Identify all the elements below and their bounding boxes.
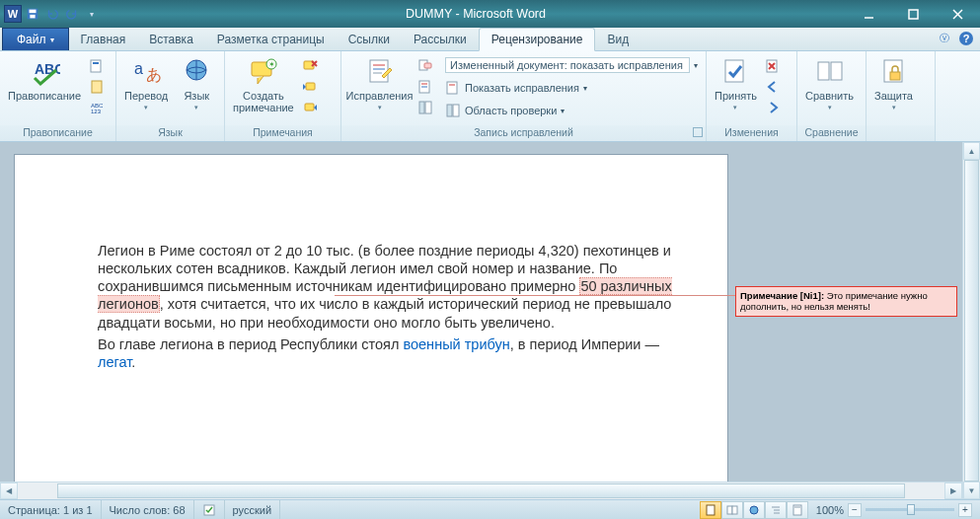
svg-text:a: a — [134, 60, 143, 77]
wordcount-icon[interactable]: ABC123 — [87, 98, 107, 117]
vertical-scrollbar[interactable]: ▲ ▼ — [962, 142, 980, 499]
deletecomment-icon[interactable] — [300, 56, 320, 76]
svg-text:✶: ✶ — [267, 60, 274, 69]
showmarkup-mini-icon[interactable] — [415, 77, 435, 97]
showmarkup-dropdown[interactable]: Показать исправления▾ — [441, 77, 702, 99]
tab-view[interactable]: Вид — [595, 29, 641, 50]
page[interactable]: Легион в Риме состоял от 2 до 10 тыс. (в… — [14, 154, 728, 489]
scroll-left-button[interactable]: ◀ — [0, 482, 18, 499]
reviewpane-mini-icon[interactable] — [415, 98, 435, 117]
scroll-up-button[interactable]: ▲ — [963, 142, 980, 160]
draft-icon — [792, 504, 803, 516]
svg-text:?: ? — [963, 33, 970, 44]
prevcomment-icon[interactable] — [300, 77, 320, 97]
svg-rect-25 — [305, 104, 314, 111]
ribbon-tabs: Файл▾ Главная Вставка Разметка страницы … — [0, 28, 980, 51]
view-weblayout-button[interactable] — [743, 501, 765, 519]
view-fullscreen-button[interactable] — [721, 501, 743, 519]
protect-button[interactable]: Защита▾ — [870, 54, 917, 115]
hyperlink-legat[interactable]: легат — [98, 354, 131, 370]
view-draft-button[interactable] — [787, 501, 808, 519]
scroll-down-button[interactable]: ▼ — [963, 482, 980, 499]
tab-insert[interactable]: Вставка — [137, 29, 205, 50]
group-label-proofing: Правописание — [0, 125, 115, 141]
zoom-in-button[interactable]: + — [958, 503, 972, 517]
group-compare: Сравнить▾ Сравнение — [797, 51, 867, 141]
document-body[interactable]: Легион в Риме состоял от 2 до 10 тыс. (в… — [98, 242, 680, 375]
ribbon-minimize-icon[interactable]: ⓥ — [937, 31, 952, 46]
zoom-slider-handle[interactable] — [907, 504, 915, 515]
word-app-icon[interactable]: W — [4, 5, 22, 23]
scroll-right-button[interactable]: ▶ — [944, 482, 962, 499]
view-outline-button[interactable] — [765, 501, 787, 519]
view-printlayout-button[interactable] — [700, 501, 721, 519]
tab-home[interactable]: Главная — [69, 29, 138, 50]
language-button[interactable]: Язык▾ — [174, 54, 219, 115]
status-wordcount[interactable]: Число слов: 68 — [102, 500, 194, 519]
translate-icon: aあ — [130, 56, 162, 88]
horizontal-scroll-thumb[interactable] — [57, 483, 905, 498]
svg-rect-31 — [424, 63, 431, 68]
tracking-dialog-launcher[interactable] — [693, 127, 703, 137]
tab-pagelayout[interactable]: Разметка страницы — [205, 29, 337, 50]
save-icon[interactable] — [24, 5, 41, 23]
status-proofing[interactable] — [194, 500, 225, 519]
status-language[interactable]: русский — [225, 500, 280, 519]
tab-mailings[interactable]: Рассылки — [402, 29, 479, 50]
comment-label: Примечание [Ni1]: — [740, 290, 824, 301]
balloons-icon[interactable] — [415, 56, 435, 76]
help-icon[interactable]: ? — [958, 31, 974, 46]
undo-icon[interactable] — [43, 5, 61, 23]
reject-icon[interactable] — [763, 56, 783, 76]
comment-connector — [335, 295, 735, 296]
svg-rect-39 — [447, 105, 452, 116]
svg-rect-35 — [419, 102, 424, 113]
trackchanges-button[interactable]: Исправления▾ — [345, 54, 414, 115]
qat-dropdown-icon[interactable]: ▾ — [83, 5, 101, 23]
svg-rect-36 — [425, 102, 431, 113]
comment-balloon[interactable]: Примечание [Ni1]: Это примечание нужно д… — [735, 286, 957, 317]
group-comments: ✶ Создать примечание Примечания — [225, 51, 341, 141]
tab-file[interactable]: Файл▾ — [2, 28, 69, 50]
hyperlink-tribune[interactable]: военный трибун — [403, 336, 509, 352]
newcomment-button[interactable]: ✶ Создать примечание — [229, 54, 298, 115]
zoom-out-button[interactable]: − — [848, 503, 862, 517]
compare-button[interactable]: Сравнить▾ — [801, 54, 858, 115]
paragraph-2[interactable]: Во главе легиона в период Республики сто… — [98, 335, 680, 371]
redo-icon[interactable] — [63, 5, 81, 23]
translate-button[interactable]: aあ Перевод▾ — [120, 54, 172, 115]
compare-icon — [814, 56, 846, 88]
nextcomment-icon[interactable] — [300, 98, 320, 117]
zoom-slider[interactable] — [866, 508, 954, 511]
outline-icon — [770, 504, 782, 516]
svg-rect-11 — [93, 62, 99, 64]
paragraph-1[interactable]: Легион в Риме состоял от 2 до 10 тыс. (в… — [98, 242, 680, 332]
svg-rect-50 — [707, 505, 715, 515]
close-button[interactable] — [936, 0, 980, 28]
spelling-button[interactable]: ABC Правописание — [4, 54, 85, 104]
group-label-protect — [867, 125, 935, 141]
protect-icon — [878, 56, 910, 88]
displayforreview-dropdown[interactable]: Измененный документ: показать исправлени… — [441, 54, 702, 76]
tab-references[interactable]: Ссылки — [337, 29, 402, 50]
maximize-button[interactable] — [891, 0, 936, 28]
document-area: Легион в Риме состоял от 2 до 10 тыс. (в… — [0, 142, 980, 499]
prevchange-icon[interactable] — [763, 77, 783, 97]
svg-text:あ: あ — [146, 66, 162, 83]
quick-access-toolbar: W ▾ — [0, 5, 105, 23]
nextchange-icon[interactable] — [763, 98, 783, 117]
svg-rect-12 — [92, 81, 102, 93]
reviewpane-dropdown[interactable]: Область проверки▾ — [441, 100, 702, 121]
minimize-button[interactable] — [847, 0, 891, 28]
group-tracking: Исправления▾ Измененный документ: показа… — [341, 51, 707, 141]
horizontal-scrollbar[interactable]: ◀ ▶ — [0, 482, 962, 499]
fullscreen-icon — [726, 504, 738, 516]
accept-button[interactable]: Принять▾ — [711, 54, 761, 115]
research-icon[interactable] — [87, 56, 107, 76]
zoom-level[interactable]: 100% — [816, 504, 844, 516]
tab-review[interactable]: Рецензирование — [479, 28, 596, 51]
status-page[interactable]: Страница: 1 из 1 — [0, 500, 102, 519]
thesaurus-icon[interactable] — [87, 77, 107, 97]
weblayout-icon — [748, 504, 760, 516]
vertical-scroll-thumb[interactable] — [964, 160, 979, 482]
